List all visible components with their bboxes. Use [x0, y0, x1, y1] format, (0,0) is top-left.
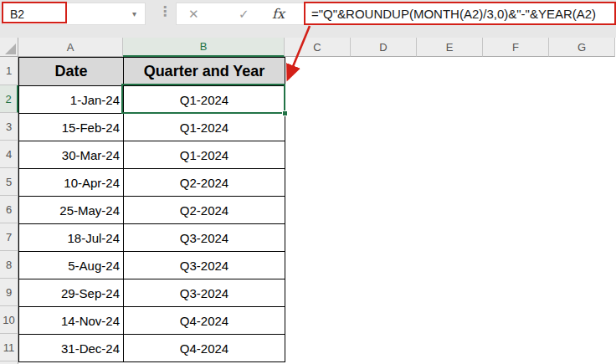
row-header-6[interactable]: 6: [0, 196, 18, 223]
cell-A1[interactable]: Date: [19, 58, 124, 86]
row-header-3[interactable]: 3: [0, 113, 18, 141]
cell-A2[interactable]: 1-Jan-24: [19, 86, 124, 114]
row-header-11[interactable]: 11: [0, 334, 18, 361]
name-box-value: B2: [10, 8, 24, 21]
name-box-dropdown-icon[interactable]: ▾: [132, 9, 136, 18]
enter-icon[interactable]: ✓: [239, 7, 249, 22]
excel-worksheet-screenshot: B2 ▾ ⋮ ✕ ✓ fx ="Q"&ROUNDUP(MONTH(A2)/3,0…: [0, 0, 616, 364]
cell-A4[interactable]: 30-Mar-24: [19, 141, 124, 169]
row-header-7[interactable]: 7: [0, 223, 18, 251]
cell-A5[interactable]: 10-Apr-24: [19, 169, 124, 197]
cell-A11[interactable]: 31-Dec-24: [19, 335, 124, 362]
cell-B4[interactable]: Q1-2024: [124, 141, 285, 169]
insert-function-icon[interactable]: fx: [272, 6, 285, 22]
cell-B1[interactable]: Quarter and Year: [124, 58, 285, 86]
cell-B8[interactable]: Q3-2024: [124, 252, 285, 279]
formula-bar[interactable]: ="Q"&ROUNDUP(MONTH(A2)/3,0)&"-"&YEAR(A2): [304, 2, 616, 25]
cell-B7[interactable]: Q3-2024: [124, 224, 285, 252]
column-header-E[interactable]: E: [417, 38, 483, 57]
row-header-10[interactable]: 10: [0, 306, 18, 334]
row-header-5[interactable]: 5: [0, 168, 18, 196]
cell-A7[interactable]: 18-Jul-24: [19, 224, 124, 252]
cell-A10[interactable]: 14-Nov-24: [19, 307, 124, 335]
cell-B5[interactable]: Q2-2024: [124, 169, 285, 197]
cell-A9[interactable]: 29-Sep-24: [19, 279, 124, 307]
row-header-9[interactable]: 9: [0, 279, 18, 306]
cell-A6[interactable]: 25-May-24: [19, 197, 124, 224]
toolbar-separator-dots-icon[interactable]: ⋮: [158, 3, 172, 19]
column-header-D[interactable]: D: [351, 38, 417, 57]
cell-B6[interactable]: Q2-2024: [124, 197, 285, 224]
row-header-1[interactable]: 1: [0, 57, 18, 85]
cell-B3[interactable]: Q1-2024: [124, 114, 285, 141]
column-header-C[interactable]: C: [285, 38, 351, 57]
cell-B2[interactable]: Q1-2024: [124, 86, 285, 114]
row-header-4[interactable]: 4: [0, 141, 18, 168]
cell-A3[interactable]: 15-Feb-24: [19, 114, 124, 141]
cell-B11[interactable]: Q4-2024: [124, 335, 285, 362]
data-table: DateQuarter and Year1-Jan-24Q1-202415-Fe…: [18, 57, 285, 362]
cell-A8[interactable]: 5-Aug-24: [19, 252, 124, 279]
column-header-B[interactable]: B: [123, 38, 285, 57]
row-header-8[interactable]: 8: [0, 251, 18, 279]
cancel-icon[interactable]: ✕: [188, 7, 199, 22]
cell-B10[interactable]: Q4-2024: [124, 307, 285, 335]
formula-toolbar: B2 ▾ ⋮ ✕ ✓ fx ="Q"&ROUNDUP(MONTH(A2)/3,0…: [0, 0, 616, 38]
name-box[interactable]: B2 ▾: [2, 3, 146, 25]
column-header-F[interactable]: F: [483, 38, 549, 57]
select-all-button[interactable]: [0, 38, 18, 57]
column-header-A[interactable]: A: [18, 38, 123, 57]
cell-B9[interactable]: Q3-2024: [124, 279, 285, 307]
row-header-2[interactable]: 2: [0, 85, 18, 113]
formula-text: ="Q"&ROUNDUP(MONTH(A2)/3,0)&"-"&YEAR(A2): [311, 7, 596, 21]
column-header-G[interactable]: G: [549, 38, 615, 57]
select-all-triangle-icon: [5, 44, 16, 54]
